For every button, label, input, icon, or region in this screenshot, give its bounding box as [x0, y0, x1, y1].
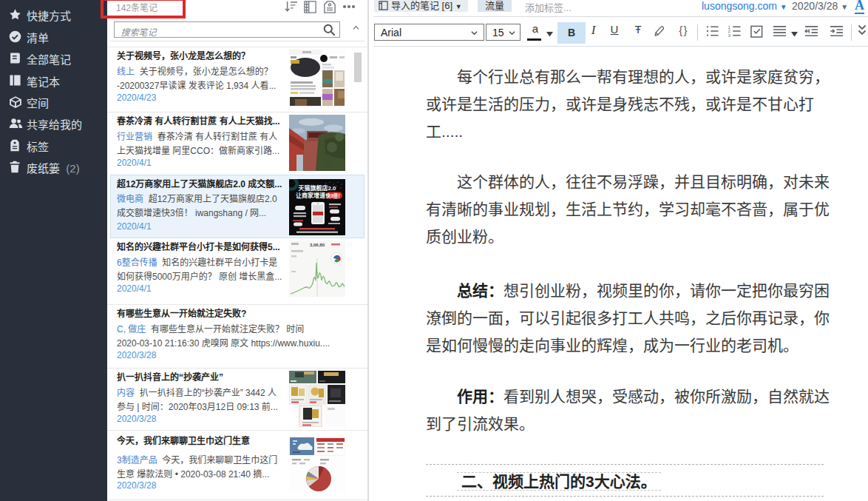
svg-text:3: 3 [728, 33, 731, 37]
svg-text:快3倍！: 快3倍！ [325, 192, 342, 199]
svg-text:让商家增速: 让商家增速 [296, 192, 325, 199]
svg-text:3,06,80: 3,06,80 [310, 243, 325, 247]
svg-text:天猫旗舰店2.0: 天猫旗舰店2.0 [298, 184, 336, 192]
